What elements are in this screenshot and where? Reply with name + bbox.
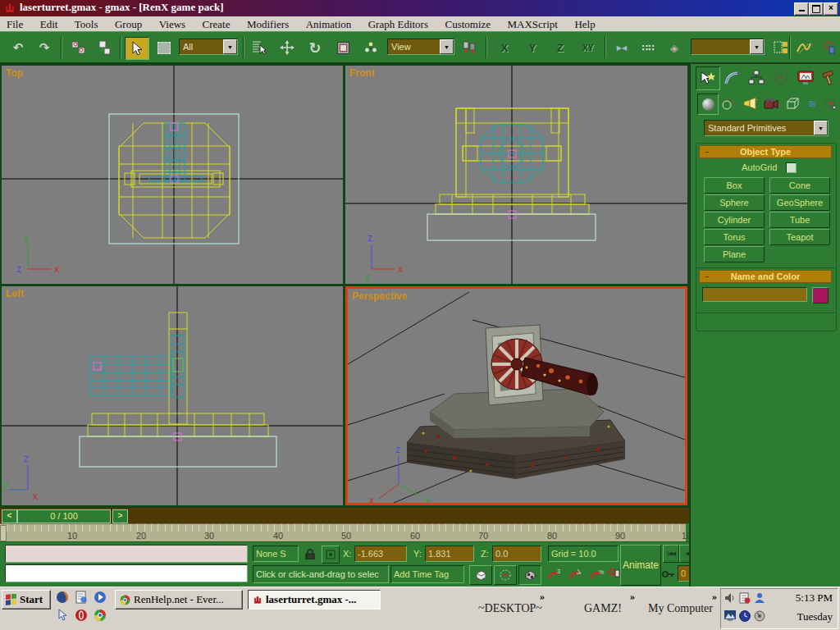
z-coord-field[interactable]: 0.0	[492, 546, 541, 562]
create-torus-button[interactable]: Torus	[704, 229, 765, 245]
category-cameras[interactable]	[761, 94, 781, 113]
menu-customize[interactable]: Customize	[438, 17, 497, 31]
angle-snap-button[interactable]	[494, 565, 517, 585]
keyboard-shortcut-toggle[interactable]	[608, 565, 621, 583]
undo-button[interactable]: ↶	[7, 37, 30, 58]
menu-graph-editors[interactable]: Graph Editors	[362, 17, 435, 31]
restrict-x-button[interactable]: X	[492, 38, 517, 57]
tray-scheduler[interactable]	[739, 592, 751, 604]
menu-maxscript[interactable]: MAXScript	[501, 17, 564, 31]
quicklaunch-opera[interactable]	[75, 609, 88, 622]
tab-display[interactable]	[794, 66, 817, 89]
region-select-button[interactable]	[153, 37, 176, 58]
named-selection-dropdown[interactable]: ▼	[691, 39, 765, 55]
taskbar-task-renhelp[interactable]: RenHelp.net - Ever...	[115, 590, 243, 609]
category-geometry[interactable]	[697, 94, 719, 115]
x-coord-field[interactable]: -1.663	[354, 546, 407, 562]
y-coord-field[interactable]: 1.831	[425, 546, 474, 562]
mycomputer-toolbar-chevron[interactable]: »	[712, 591, 717, 603]
percent-snap-button[interactable]	[518, 565, 541, 585]
reference-coordsys-dropdown[interactable]: View ▼	[387, 39, 454, 55]
time-slider-track[interactable]: < 0 / 100 >	[0, 507, 689, 523]
add-time-tag[interactable]: Add Time Tag	[390, 565, 464, 583]
minimize-button[interactable]	[794, 2, 809, 16]
viewport-top[interactable]: Top	[2, 66, 343, 284]
mirror-button[interactable]: ▶◀	[610, 37, 633, 58]
menu-edit[interactable]: Edit	[34, 17, 65, 31]
create-box-button[interactable]: Box	[704, 177, 765, 194]
category-systems[interactable]	[820, 94, 840, 113]
unlink-button[interactable]	[94, 37, 116, 58]
select-and-link-button[interactable]	[67, 37, 90, 58]
move-button[interactable]	[276, 37, 299, 58]
category-helpers[interactable]	[783, 94, 802, 113]
quicklaunch-explorer[interactable]	[75, 591, 88, 604]
snap-spinner-3-button[interactable]: 3	[545, 565, 564, 583]
maxscript-listener-pink[interactable]	[5, 545, 248, 563]
create-teapot-button[interactable]: Teapot	[769, 229, 830, 245]
viewport-front[interactable]: Front	[345, 66, 687, 284]
tab-create[interactable]	[696, 66, 720, 90]
absolute-mode-button[interactable]	[322, 546, 340, 564]
create-geosphere-button[interactable]: GeoSphere	[769, 194, 830, 211]
scale-button[interactable]	[331, 37, 354, 58]
menu-file[interactable]: File	[0, 17, 30, 31]
align-button[interactable]: ◈	[663, 37, 686, 58]
tray-speaker[interactable]	[724, 592, 736, 604]
maxscript-listener-white[interactable]	[5, 564, 248, 582]
close-button[interactable]: ×	[824, 2, 838, 16]
menu-modifiers[interactable]: Modifiers	[240, 17, 295, 31]
animate-button[interactable]: Animate	[620, 545, 661, 586]
tray-messenger[interactable]	[754, 592, 765, 604]
category-lights[interactable]	[740, 94, 760, 113]
track-bar-handle[interactable]	[0, 525, 7, 541]
quicklaunch-chrome[interactable]	[94, 609, 107, 622]
menu-create[interactable]: Create	[196, 17, 237, 31]
snap-spinner-percent-button[interactable]: %	[587, 565, 607, 583]
tray-display[interactable]	[724, 610, 736, 622]
category-spacewarps[interactable]: ≋	[802, 94, 822, 113]
create-cylinder-button[interactable]: Cylinder	[704, 212, 765, 228]
quicklaunch-showdesktop[interactable]	[56, 609, 69, 622]
restrict-plane-button[interactable]: XY	[576, 38, 600, 57]
array-button[interactable]: ∷∷	[637, 37, 660, 58]
tray-volume-knob[interactable]	[754, 610, 765, 622]
create-plane-button[interactable]: Plane	[704, 246, 765, 262]
create-tube-button[interactable]: Tube	[769, 212, 830, 228]
autogrid-checkbox[interactable]	[786, 162, 797, 173]
track-bar[interactable]: 10 20 30 40 50 60 70 80 90 100	[0, 523, 686, 541]
curve-editor-button[interactable]	[792, 37, 815, 58]
viewport-perspective[interactable]: Perspective	[345, 286, 687, 505]
quicklaunch-firefox[interactable]	[56, 591, 69, 604]
quicklaunch-media-player[interactable]	[94, 591, 107, 604]
gamz-toolbar-chevron[interactable]: »	[630, 591, 635, 603]
use-center-button[interactable]	[359, 37, 382, 58]
tray-clock-app[interactable]	[739, 610, 751, 622]
desktop-toolbar-chevron[interactable]: »	[540, 591, 545, 603]
tab-utilities[interactable]	[817, 66, 840, 89]
menu-animation[interactable]: Animation	[299, 17, 358, 31]
redo-button[interactable]: ↷	[33, 37, 56, 58]
manipulate-button[interactable]	[458, 37, 481, 58]
time-slider-value[interactable]: 0 / 100	[17, 509, 111, 523]
create-sphere-button[interactable]: Sphere	[704, 194, 765, 211]
viewport-left[interactable]: Left	[2, 286, 343, 505]
go-to-start-button[interactable]: |◀◀	[663, 545, 679, 563]
snap-toggle-button[interactable]	[469, 565, 492, 585]
object-name-input[interactable]	[702, 287, 807, 302]
category-shapes[interactable]	[719, 94, 738, 113]
snap-spinner-angle-button[interactable]	[566, 565, 586, 583]
tab-modify[interactable]	[720, 66, 743, 89]
restrict-z-button[interactable]: Z	[548, 38, 573, 57]
selection-lock-button[interactable]	[302, 546, 318, 562]
menu-group[interactable]: Group	[108, 17, 148, 31]
menu-help[interactable]: Help	[568, 17, 601, 31]
select-object-button[interactable]	[125, 37, 149, 60]
frame-forward-button[interactable]: >	[112, 509, 128, 523]
restore-button[interactable]	[809, 2, 824, 16]
selection-filter-dropdown[interactable]: All ▼	[179, 39, 238, 55]
select-by-name-button[interactable]	[248, 37, 271, 58]
menu-views[interactable]: Views	[153, 17, 192, 31]
schematic-view-button[interactable]	[817, 37, 840, 58]
frame-back-button[interactable]: <	[2, 509, 17, 523]
